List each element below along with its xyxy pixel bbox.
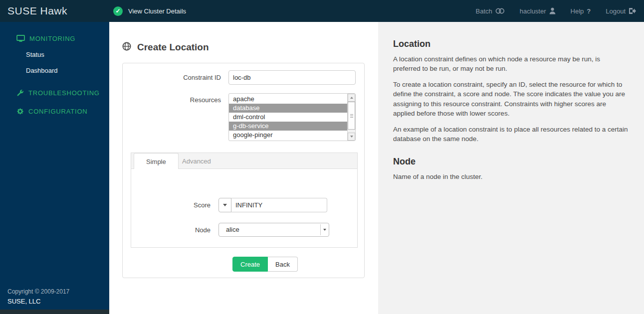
help-panel: Location A location constraint defines o… xyxy=(378,22,644,314)
sidebar-item-label: CONFIGURATION xyxy=(28,108,88,115)
scroll-up-icon[interactable] xyxy=(348,94,355,102)
logout-link-label: Logout xyxy=(606,7,626,15)
help-link-label: Help xyxy=(571,7,584,15)
score-input[interactable] xyxy=(231,198,327,212)
cluster-status-label: View Cluster Details xyxy=(128,7,186,15)
page-title-text: Create Location xyxy=(137,42,209,53)
page-title: Create Location xyxy=(122,42,209,53)
globe-icon xyxy=(122,42,131,53)
topbar-links: Batch hacluster Help ? Logout xyxy=(476,7,644,15)
user-menu[interactable]: hacluster xyxy=(520,7,556,15)
check-circle-icon: ✓ xyxy=(113,6,123,16)
user-menu-label: hacluster xyxy=(520,7,546,15)
batch-link-label: Batch xyxy=(476,7,492,15)
tab-bar: Simple Advanced xyxy=(131,153,358,169)
constraint-tabs: Simple Advanced Score Node ali xyxy=(131,153,358,248)
sidebar-item-status[interactable]: Status xyxy=(0,51,109,58)
chevron-down-icon xyxy=(323,229,326,231)
resource-option-apache[interactable]: apache xyxy=(229,95,347,104)
question-icon: ? xyxy=(587,7,591,15)
score-dropdown-button[interactable] xyxy=(218,198,231,212)
cluster-status[interactable]: ✓ View Cluster Details xyxy=(113,6,186,16)
tab-content-simple: Score Node alice xyxy=(131,169,358,248)
sidebar-item-label: TROUBLESHOOTING xyxy=(28,89,100,97)
toggle-icon xyxy=(495,7,505,14)
logout-link[interactable]: Logout xyxy=(606,7,636,15)
resource-option-dml-control[interactable]: dml-control xyxy=(229,113,347,122)
scroll-down-icon[interactable] xyxy=(348,133,355,141)
resource-option-google-pinger[interactable]: google-pinger xyxy=(229,131,347,140)
topbar: SUSE Hawk ✓ View Cluster Details Batch h… xyxy=(0,0,644,22)
back-button[interactable]: Back xyxy=(268,257,298,272)
gear-icon xyxy=(16,108,24,115)
resources-scrollbar[interactable] xyxy=(347,94,355,141)
sidebar-item-dashboard[interactable]: Dashboard xyxy=(0,67,109,74)
resource-option-database[interactable]: database xyxy=(229,104,347,113)
help-section-title-location: Location xyxy=(393,39,628,49)
resources-label: Resources xyxy=(123,93,228,141)
monitor-icon xyxy=(16,35,25,42)
sidebar: MONITORING Status Dashboard TROUBLESHOOT… xyxy=(0,22,109,314)
node-select[interactable]: alice xyxy=(218,223,329,237)
help-link[interactable]: Help ? xyxy=(571,7,591,15)
sidebar-item-label: MONITORING xyxy=(29,35,75,42)
logout-icon xyxy=(629,7,636,14)
copyright-years: Copyright © 2009-2017 xyxy=(7,288,69,295)
copyright: Copyright © 2009-2017 SUSE, LLC xyxy=(7,288,69,305)
chevron-down-icon xyxy=(223,204,227,206)
score-label: Score xyxy=(131,201,218,209)
help-paragraph: To create a location constraint, specify… xyxy=(393,80,628,118)
node-select-value: alice xyxy=(219,223,329,236)
sidebar-item-monitoring[interactable]: MONITORING xyxy=(0,35,109,42)
resource-option-g-db-service[interactable]: g-db-service xyxy=(229,122,347,131)
help-paragraph: A location constraint defines on which n… xyxy=(393,54,628,73)
copyright-company: SUSE, LLC xyxy=(7,298,69,305)
constraint-id-label: Constraint ID xyxy=(123,74,228,81)
help-section-title-node: Node xyxy=(393,157,628,167)
help-paragraph: An example of a location constraint is t… xyxy=(393,125,628,144)
resources-multiselect[interactable]: apache database dml-control g-db-service… xyxy=(228,93,356,141)
create-location-form: Constraint ID Resources apache database … xyxy=(122,63,365,278)
scrollbar-thumb[interactable] xyxy=(348,102,355,130)
sidebar-footer-strip xyxy=(0,310,109,314)
wrench-icon xyxy=(16,89,24,97)
sidebar-item-configuration[interactable]: CONFIGURATION xyxy=(0,108,109,115)
constraint-id-input[interactable] xyxy=(228,70,356,85)
node-label: Node xyxy=(131,226,218,234)
app-logo[interactable]: SUSE Hawk xyxy=(0,5,109,17)
batch-link[interactable]: Batch xyxy=(476,7,505,15)
tab-advanced[interactable]: Advanced xyxy=(170,153,223,169)
user-icon xyxy=(549,7,556,14)
main-content: Create Location Constraint ID Resources … xyxy=(109,22,378,314)
create-button[interactable]: Create xyxy=(232,257,268,272)
help-paragraph: Name of a node in the cluster. xyxy=(393,172,628,181)
form-actions: Create Back xyxy=(232,257,298,272)
sidebar-item-troubleshooting[interactable]: TROUBLESHOOTING xyxy=(0,89,109,97)
